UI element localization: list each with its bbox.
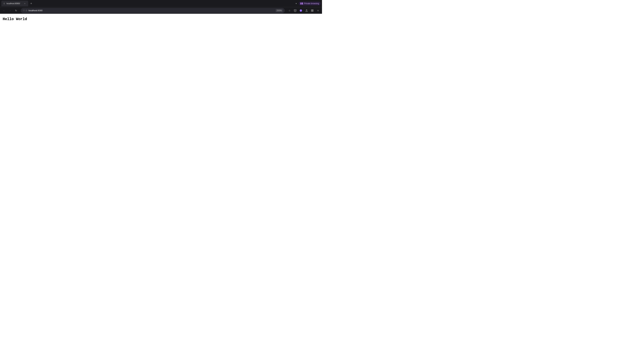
address-text: localhost:8080	[28, 9, 274, 12]
svg-rect-4	[311, 9, 312, 10]
svg-text:f: f	[301, 10, 301, 11]
share-button[interactable]	[304, 8, 309, 13]
forward-button[interactable]: →	[8, 8, 13, 13]
share-icon	[305, 9, 308, 12]
svg-rect-7	[312, 11, 313, 11]
page-content: Hello World	[0, 14, 322, 181]
svg-rect-5	[312, 9, 313, 10]
svg-rect-0	[300, 2, 302, 4]
refresh-button[interactable]: ↻	[14, 8, 19, 13]
extensions-icon	[311, 9, 314, 12]
private-browsing-badge: Private browsing	[299, 2, 321, 5]
extensions-button[interactable]	[310, 8, 315, 13]
pocket-button[interactable]	[292, 8, 298, 13]
active-tab[interactable]: 🗋 localhost:8080/ ×	[1, 1, 28, 6]
pocket-icon	[294, 9, 296, 12]
private-mask-icon	[300, 2, 303, 4]
firefox-account-icon: f	[300, 9, 302, 12]
svg-rect-1	[302, 2, 303, 4]
back-button[interactable]: ←	[1, 8, 7, 13]
svg-rect-6	[311, 11, 312, 11]
private-browsing-label: Private browsing	[304, 2, 319, 5]
dropdown-arrow-button[interactable]: ▾	[295, 2, 297, 5]
titlebar-right: ▾ Private browsing	[295, 2, 321, 5]
tab-title: localhost:8080/	[6, 2, 22, 5]
new-tab-button[interactable]: +	[29, 1, 34, 6]
address-port: :8080	[37, 9, 42, 12]
titlebar: 🗋 localhost:8080/ × + ▾ Private browsing	[0, 0, 322, 7]
tab-page-icon: 🗋	[3, 2, 5, 4]
zoom-indicator[interactable]: 200%	[276, 9, 283, 12]
tab-close-button[interactable]: ×	[24, 2, 26, 5]
shield-icon: 🛡	[23, 9, 25, 12]
address-host: localhost	[28, 9, 37, 12]
navbar: ← → ↻ 🛡 🗋 localhost:8080 200% ☆ f	[0, 7, 322, 14]
address-bar[interactable]: 🛡 🗋 localhost:8080 200%	[21, 8, 285, 13]
menu-button[interactable]: ≡	[315, 8, 321, 13]
page-heading: Hello World	[3, 17, 319, 21]
tab-bar: 🗋 localhost:8080/ × +	[1, 0, 295, 7]
address-bar-icons: 🛡 🗋	[23, 9, 28, 12]
page-icon: 🗋	[26, 9, 28, 12]
toolbar-right: ☆ f ≡	[287, 8, 321, 13]
bookmark-button[interactable]: ☆	[287, 8, 292, 13]
firefox-account-button[interactable]: f	[298, 8, 304, 13]
